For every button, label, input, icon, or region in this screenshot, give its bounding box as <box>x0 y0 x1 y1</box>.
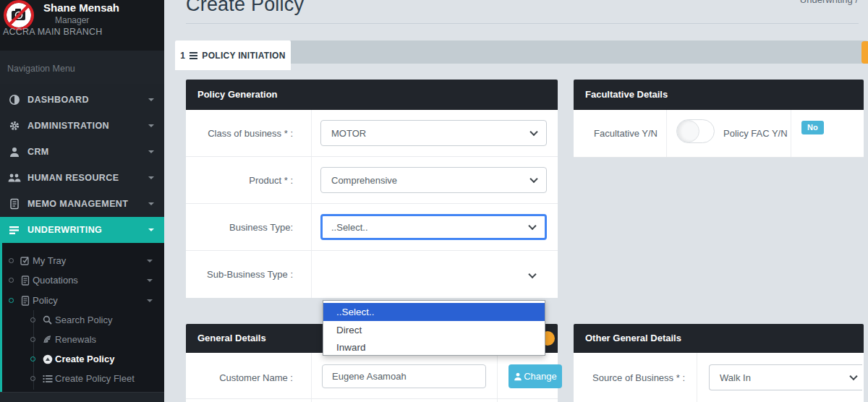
chevron-down-icon <box>528 222 536 230</box>
status-badge: No <box>801 121 824 134</box>
facultative-details-header: Facultative Details <box>574 80 864 110</box>
dropdown-option-inward[interactable]: Inward <box>323 338 545 356</box>
memo-icon <box>8 197 21 210</box>
bullet-icon <box>9 298 14 303</box>
sidebar-item-create-policy-fleet[interactable]: Create Policy Fleet <box>2 369 164 388</box>
column-divider <box>497 353 498 402</box>
sidebar-item-search-policy[interactable]: Search Policy <box>2 310 164 330</box>
product-select[interactable]: Comprehensive <box>320 167 547 193</box>
chevron-down-icon <box>147 299 153 302</box>
field-label: Sub-Business Type : <box>186 251 311 298</box>
policy-generation-header: Policy Generation <box>186 80 558 110</box>
other-general-details-panel: Source of Business * : Walk In <box>574 353 864 402</box>
tab-bar-action-button[interactable] <box>861 41 868 64</box>
column-divider <box>697 353 697 402</box>
bullet-icon <box>30 376 35 381</box>
sidebar-item-crm[interactable]: CRM <box>0 139 164 165</box>
field-label: Class of business * : <box>186 110 311 156</box>
main-menu: DASHBOARD ADMINISTRATION CRM <box>0 87 164 243</box>
chevron-down-icon <box>529 128 537 136</box>
document-icon <box>20 295 30 306</box>
sidebar-item-dashboard[interactable]: DASHBOARD <box>0 87 164 113</box>
bullet-icon <box>30 317 35 322</box>
field-row-product: Product * : Comprehensive <box>186 157 558 204</box>
sidebar-item-create-policy[interactable]: Create Policy <box>2 349 164 369</box>
list-ol-icon <box>42 373 53 384</box>
chevron-down-icon <box>148 98 154 101</box>
dropdown-option-direct[interactable]: Direct <box>323 321 545 338</box>
breadcrumb: Underwriting / <box>800 0 858 5</box>
dropdown-option-select[interactable]: ..Select.. <box>323 303 545 321</box>
chevron-down-icon <box>148 228 154 231</box>
sidebar-item-my-tray[interactable]: My Tray <box>2 251 164 270</box>
sidebar-item-quotations[interactable]: Quotations <box>2 270 164 290</box>
sidebar-item-administration[interactable]: ADMINISTRATION <box>0 113 164 139</box>
other-general-details-header: Other General Details <box>574 324 864 353</box>
user-name: Shane Mensah <box>43 1 119 14</box>
list-icon <box>190 52 197 59</box>
class-of-business-select[interactable]: MOTOR <box>320 120 547 146</box>
field-row-class-of-business: Class of business * : MOTOR <box>186 110 558 157</box>
users-icon <box>8 171 21 184</box>
person-icon <box>8 145 21 158</box>
facultative-toggle[interactable] <box>676 119 715 143</box>
person-icon <box>514 372 522 381</box>
column-divider <box>311 353 312 402</box>
customer-name-input[interactable] <box>322 364 486 388</box>
policy-generation-panel: Class of business * : MOTOR Product * : … <box>186 110 558 298</box>
business-type-dropdown: ..Select.. Direct Inward <box>323 300 545 356</box>
general-details-panel: Customer Name : Change <box>186 353 558 402</box>
chevron-down-icon <box>529 175 537 183</box>
circle-caret-icon <box>42 354 53 364</box>
sidebar-item-renewals[interactable]: Renewals <box>2 330 164 349</box>
list-icon <box>8 223 21 236</box>
sidebar-next-section <box>0 392 164 402</box>
change-customer-button[interactable]: Change <box>509 364 562 388</box>
bullet-icon <box>9 278 14 283</box>
waves-icon <box>42 334 53 345</box>
main-content: Create Policy Underwriting / 1 POLICY IN… <box>164 0 868 402</box>
page-title: Create Policy <box>186 0 304 16</box>
chevron-down-icon <box>148 150 154 153</box>
sidebar-item-human-resource[interactable]: HUMAN RESOURCE <box>0 165 164 191</box>
bullet-icon <box>9 258 14 263</box>
sub-business-type-select[interactable] <box>320 261 547 287</box>
check-square-icon <box>20 255 30 266</box>
chevron-down-icon <box>147 279 153 282</box>
sidebar-item-underwriting[interactable]: UNDERWRITING <box>0 217 164 243</box>
source-of-business-select[interactable]: Walk In <box>709 364 862 390</box>
title-divider <box>186 23 859 24</box>
chevron-down-icon <box>148 124 154 127</box>
sidebar-item-policy[interactable]: Policy <box>2 291 164 310</box>
row-divider <box>186 398 558 399</box>
search-icon <box>42 315 53 325</box>
facultative-label: Facultative Y/N <box>574 110 666 157</box>
tab-number: 1 <box>180 51 185 61</box>
chevron-down-icon <box>849 372 857 380</box>
sidebar-item-memo-management[interactable]: MEMO MANAGEMENT <box>0 191 164 217</box>
toggle-knob <box>677 120 699 142</box>
chevron-down-icon <box>528 270 536 278</box>
source-of-business-label: Source of Business * : <box>574 353 697 402</box>
field-row-sub-business-type: Sub-Business Type : <box>186 251 558 298</box>
column-divider <box>791 110 791 157</box>
document-icon <box>20 275 30 286</box>
user-role: Manager <box>55 15 89 25</box>
chevron-down-icon <box>148 202 154 205</box>
bullet-icon <box>30 356 35 362</box>
tab-policy-initiation[interactable]: 1 POLICY INITIATION <box>175 40 291 70</box>
tab-label: POLICY INITIATION <box>202 51 285 61</box>
navigation-menu-label: Navigation Menu <box>0 51 164 84</box>
dashboard-icon <box>8 93 21 106</box>
customer-name-label: Customer Name : <box>186 353 311 402</box>
user-branch: ACCRA MAIN BRANCH <box>3 27 102 37</box>
field-label: Product * : <box>186 157 311 203</box>
gear-icon <box>8 119 21 132</box>
field-label: Business Type: <box>186 204 311 250</box>
chevron-down-icon <box>148 176 154 179</box>
column-divider <box>666 110 667 157</box>
business-type-select[interactable]: ..Select.. <box>320 214 547 240</box>
chevron-down-icon <box>147 260 153 262</box>
policy-fac-label: Policy FAC Y/N <box>723 110 788 157</box>
underwriting-submenu: My Tray Quotations Policy <box>0 243 164 392</box>
